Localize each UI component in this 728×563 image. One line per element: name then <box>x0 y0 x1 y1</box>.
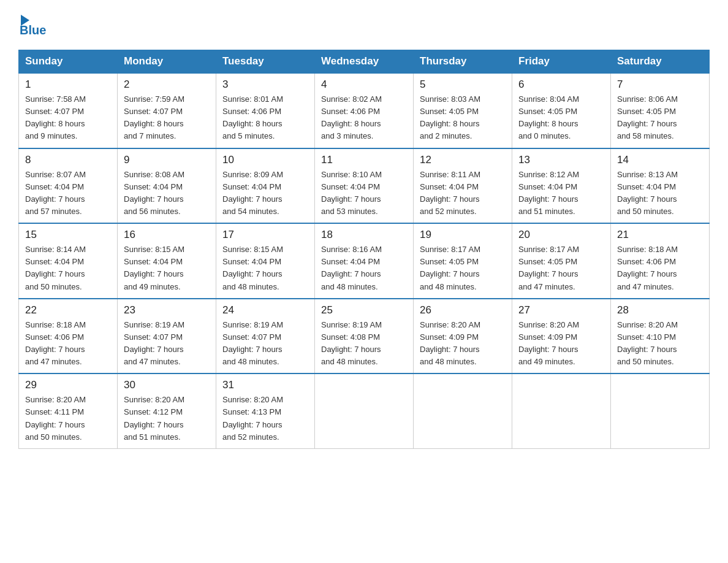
day-info: Sunrise: 8:02 AMSunset: 4:06 PMDaylight:… <box>321 94 382 140</box>
day-number: 5 <box>420 79 506 91</box>
calendar-cell: 22 Sunrise: 8:18 AMSunset: 4:06 PMDaylig… <box>19 299 118 374</box>
calendar-cell: 29 Sunrise: 8:20 AMSunset: 4:11 PMDaylig… <box>19 373 118 448</box>
day-number: 8 <box>25 154 111 166</box>
calendar-cell: 19 Sunrise: 8:17 AMSunset: 4:05 PMDaylig… <box>414 223 512 299</box>
day-number: 14 <box>617 154 703 166</box>
calendar-cell: 17 Sunrise: 8:15 AMSunset: 4:04 PMDaylig… <box>216 223 315 299</box>
calendar-cell: 12 Sunrise: 8:11 AMSunset: 4:04 PMDaylig… <box>414 148 512 224</box>
day-number: 26 <box>420 304 506 316</box>
day-info: Sunrise: 8:03 AMSunset: 4:05 PMDaylight:… <box>420 94 480 140</box>
day-number: 2 <box>124 79 210 91</box>
day-number: 9 <box>124 154 210 166</box>
day-info: Sunrise: 8:10 AMSunset: 4:04 PMDaylight:… <box>321 170 382 216</box>
day-number: 18 <box>321 229 407 241</box>
day-info: Sunrise: 8:18 AMSunset: 4:06 PMDaylight:… <box>25 320 86 366</box>
calendar-cell: 9 Sunrise: 8:08 AMSunset: 4:04 PMDayligh… <box>118 148 216 224</box>
calendar-body: 1 Sunrise: 7:58 AMSunset: 4:07 PMDayligh… <box>19 73 710 448</box>
day-number: 21 <box>617 229 703 241</box>
day-number: 10 <box>222 154 308 166</box>
day-info: Sunrise: 8:01 AMSunset: 4:06 PMDaylight:… <box>222 94 283 140</box>
page-header: Blue <box>18 12 710 37</box>
calendar-cell: 23 Sunrise: 8:19 AMSunset: 4:07 PMDaylig… <box>118 299 216 374</box>
calendar-week-row: 15 Sunrise: 8:14 AMSunset: 4:04 PMDaylig… <box>19 223 710 299</box>
calendar-cell: 18 Sunrise: 8:16 AMSunset: 4:04 PMDaylig… <box>315 223 414 299</box>
day-info: Sunrise: 8:20 AMSunset: 4:11 PMDaylight:… <box>25 395 86 441</box>
day-info: Sunrise: 8:09 AMSunset: 4:04 PMDaylight:… <box>222 170 283 216</box>
day-info: Sunrise: 7:58 AMSunset: 4:07 PMDaylight:… <box>25 94 86 140</box>
weekday-header-friday: Friday <box>512 50 611 74</box>
day-number: 22 <box>25 304 111 316</box>
calendar-week-row: 29 Sunrise: 8:20 AMSunset: 4:11 PMDaylig… <box>19 373 710 448</box>
day-info: Sunrise: 8:19 AMSunset: 4:07 PMDaylight:… <box>222 320 283 366</box>
day-info: Sunrise: 8:11 AMSunset: 4:04 PMDaylight:… <box>420 170 480 216</box>
calendar-cell <box>414 373 512 448</box>
day-info: Sunrise: 8:19 AMSunset: 4:07 PMDaylight:… <box>124 320 184 366</box>
calendar-cell: 1 Sunrise: 7:58 AMSunset: 4:07 PMDayligh… <box>19 73 118 148</box>
day-number: 27 <box>518 304 604 316</box>
day-number: 29 <box>25 379 111 391</box>
day-info: Sunrise: 8:18 AMSunset: 4:06 PMDaylight:… <box>617 245 678 291</box>
weekday-header-saturday: Saturday <box>611 50 710 74</box>
day-number: 15 <box>25 229 111 241</box>
calendar-week-row: 8 Sunrise: 8:07 AMSunset: 4:04 PMDayligh… <box>19 148 710 224</box>
day-number: 7 <box>617 79 703 91</box>
day-number: 24 <box>222 304 308 316</box>
calendar-cell: 10 Sunrise: 8:09 AMSunset: 4:04 PMDaylig… <box>216 148 315 224</box>
day-info: Sunrise: 8:16 AMSunset: 4:04 PMDaylight:… <box>321 245 382 291</box>
calendar-cell: 21 Sunrise: 8:18 AMSunset: 4:06 PMDaylig… <box>611 223 710 299</box>
calendar-cell: 5 Sunrise: 8:03 AMSunset: 4:05 PMDayligh… <box>414 73 512 148</box>
calendar-cell: 24 Sunrise: 8:19 AMSunset: 4:07 PMDaylig… <box>216 299 315 374</box>
day-info: Sunrise: 7:59 AMSunset: 4:07 PMDaylight:… <box>124 94 184 140</box>
calendar-cell: 25 Sunrise: 8:19 AMSunset: 4:08 PMDaylig… <box>315 299 414 374</box>
day-info: Sunrise: 8:12 AMSunset: 4:04 PMDaylight:… <box>518 170 579 216</box>
day-info: Sunrise: 8:13 AMSunset: 4:04 PMDaylight:… <box>617 170 678 216</box>
calendar-week-row: 1 Sunrise: 7:58 AMSunset: 4:07 PMDayligh… <box>19 73 710 148</box>
weekday-header-thursday: Thursday <box>414 50 512 74</box>
day-info: Sunrise: 8:20 AMSunset: 4:09 PMDaylight:… <box>518 320 579 366</box>
calendar-cell: 31 Sunrise: 8:20 AMSunset: 4:13 PMDaylig… <box>216 373 315 448</box>
day-number: 6 <box>518 79 604 91</box>
day-info: Sunrise: 8:08 AMSunset: 4:04 PMDaylight:… <box>124 170 184 216</box>
calendar-cell: 16 Sunrise: 8:15 AMSunset: 4:04 PMDaylig… <box>118 223 216 299</box>
calendar-cell: 11 Sunrise: 8:10 AMSunset: 4:04 PMDaylig… <box>315 148 414 224</box>
calendar-header: SundayMondayTuesdayWednesdayThursdayFrid… <box>19 50 710 74</box>
day-number: 30 <box>124 379 210 391</box>
day-info: Sunrise: 8:20 AMSunset: 4:12 PMDaylight:… <box>124 395 184 441</box>
day-number: 3 <box>222 79 308 91</box>
calendar-cell: 26 Sunrise: 8:20 AMSunset: 4:09 PMDaylig… <box>414 299 512 374</box>
calendar-cell: 27 Sunrise: 8:20 AMSunset: 4:09 PMDaylig… <box>512 299 611 374</box>
day-number: 20 <box>518 229 604 241</box>
day-number: 23 <box>124 304 210 316</box>
day-info: Sunrise: 8:07 AMSunset: 4:04 PMDaylight:… <box>25 170 86 216</box>
day-info: Sunrise: 8:20 AMSunset: 4:09 PMDaylight:… <box>420 320 480 366</box>
weekday-header-row: SundayMondayTuesdayWednesdayThursdayFrid… <box>19 50 710 74</box>
day-number: 17 <box>222 229 308 241</box>
day-info: Sunrise: 8:15 AMSunset: 4:04 PMDaylight:… <box>124 245 184 291</box>
day-number: 28 <box>617 304 703 316</box>
day-number: 13 <box>518 154 604 166</box>
day-number: 4 <box>321 79 407 91</box>
calendar-cell: 15 Sunrise: 8:14 AMSunset: 4:04 PMDaylig… <box>19 223 118 299</box>
day-number: 11 <box>321 154 407 166</box>
day-number: 1 <box>25 79 111 91</box>
calendar-cell <box>611 373 710 448</box>
day-info: Sunrise: 8:14 AMSunset: 4:04 PMDaylight:… <box>25 245 86 291</box>
day-info: Sunrise: 8:19 AMSunset: 4:08 PMDaylight:… <box>321 320 382 366</box>
calendar-cell: 14 Sunrise: 8:13 AMSunset: 4:04 PMDaylig… <box>611 148 710 224</box>
day-info: Sunrise: 8:06 AMSunset: 4:05 PMDaylight:… <box>617 94 678 140</box>
calendar-cell: 3 Sunrise: 8:01 AMSunset: 4:06 PMDayligh… <box>216 73 315 148</box>
calendar-cell <box>512 373 611 448</box>
logo: Blue <box>18 12 46 37</box>
day-info: Sunrise: 8:04 AMSunset: 4:05 PMDaylight:… <box>518 94 579 140</box>
calendar-cell <box>315 373 414 448</box>
calendar-cell: 7 Sunrise: 8:06 AMSunset: 4:05 PMDayligh… <box>611 73 710 148</box>
day-number: 25 <box>321 304 407 316</box>
calendar-cell: 13 Sunrise: 8:12 AMSunset: 4:04 PMDaylig… <box>512 148 611 224</box>
day-number: 31 <box>222 379 308 391</box>
weekday-header-tuesday: Tuesday <box>216 50 315 74</box>
day-info: Sunrise: 8:20 AMSunset: 4:13 PMDaylight:… <box>222 395 283 441</box>
day-number: 16 <box>124 229 210 241</box>
day-info: Sunrise: 8:17 AMSunset: 4:05 PMDaylight:… <box>518 245 579 291</box>
calendar-cell: 28 Sunrise: 8:20 AMSunset: 4:10 PMDaylig… <box>611 299 710 374</box>
calendar-cell: 8 Sunrise: 8:07 AMSunset: 4:04 PMDayligh… <box>19 148 118 224</box>
